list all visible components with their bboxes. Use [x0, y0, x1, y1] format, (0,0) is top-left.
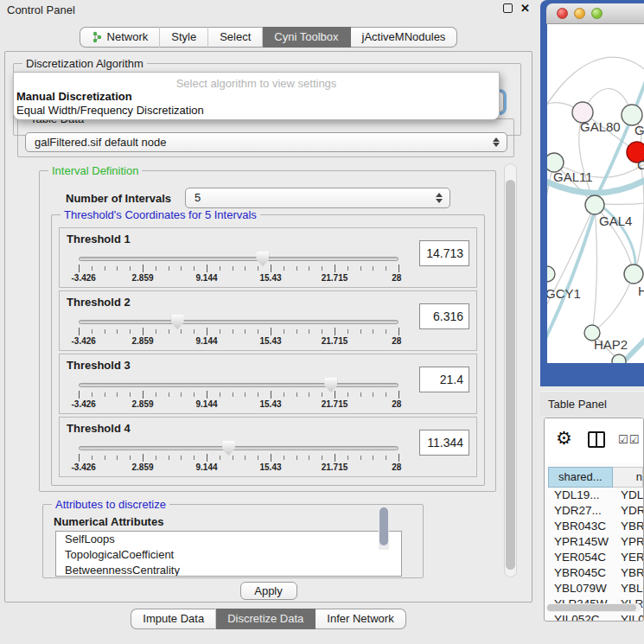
threshold-4-value-field[interactable]: 11.344 [419, 430, 469, 456]
tab-label: Infer Network [327, 609, 393, 628]
list-item[interactable]: TopologicalCoefficient [56, 547, 401, 563]
settings-vertical-scrollbar[interactable] [504, 163, 517, 577]
interval-definition-group: Interval Definition Number of Intervals … [39, 170, 496, 492]
float-window-icon[interactable] [503, 3, 513, 13]
threshold-4-panel: Threshold 4 -3.426 2.859 9.144 [59, 417, 477, 477]
slider-thumb[interactable] [256, 252, 269, 266]
combo-stepper-icon [492, 133, 501, 151]
table-row[interactable]: YIL052CYIL0 [548, 612, 643, 622]
node-label-gal4: GAL4 [599, 214, 632, 228]
threshold-1-panel: Threshold 1 -3.426 2.859 9.144 [59, 227, 477, 288]
scrollbar-thumb[interactable] [379, 507, 388, 545]
threshold-label: Threshold 3 [67, 359, 131, 372]
list-item[interactable]: SelfLoops [56, 532, 401, 547]
slider-scale-labels: -3.426 2.859 9.144 15.43 21.715 28 [79, 336, 399, 347]
table-row[interactable]: YBL079WYBL0 [548, 581, 643, 596]
tab-style[interactable]: Style [160, 27, 208, 48]
table-panel-toolbar: ⚙ ☑☑ [545, 418, 643, 463]
node-label-gcy1: GCY1 [547, 286, 581, 301]
node-bottom-partial [612, 354, 626, 363]
minimize-traffic-light-icon[interactable] [574, 8, 585, 19]
slider-thumb[interactable] [171, 315, 184, 329]
node-label-partial-h: H [638, 284, 644, 298]
slider-track[interactable] [79, 446, 399, 450]
tab-label: Network [107, 28, 149, 47]
slider-thumb[interactable] [222, 441, 235, 456]
number-of-intervals-combobox[interactable]: 5 [185, 188, 450, 208]
threshold-1-value-field[interactable]: 14.713 [419, 240, 469, 266]
tab-impute-data[interactable]: Impute Data [131, 609, 216, 629]
scrollbar-thumb[interactable] [547, 604, 636, 611]
table-horizontal-scrollbar[interactable] [546, 603, 641, 612]
bottom-tab-bar: Impute Data Discretize Data Infer Networ… [0, 609, 537, 629]
tab-label: jActiveMNodules [362, 28, 446, 47]
cyni-toolbox-panel: Discretization Algorithm Select algorith… [4, 51, 532, 603]
slider-ticks [79, 329, 399, 334]
slider-scale-labels: -3.426 2.859 9.144 15.43 21.715 28 [79, 273, 399, 284]
number-of-intervals-label: Number of Intervals [66, 192, 171, 205]
dropdown-option-equal-width[interactable]: Equal Width/Frequency Discretization [14, 104, 499, 118]
table-panel-titlebar: Table Panel [540, 391, 644, 416]
node-label-gal80: GAL80 [580, 119, 621, 134]
threshold-3-slider[interactable]: -3.426 2.859 9.144 15.43 21.715 28 [79, 376, 399, 412]
gear-icon[interactable]: ⚙ [556, 428, 572, 449]
node-gcy1 [547, 266, 555, 282]
threshold-3-value-field[interactable]: 21.4 [419, 367, 469, 392]
columns-icon[interactable] [588, 431, 605, 448]
group-title: Attributes to discretize [52, 498, 169, 511]
threshold-2-value-field[interactable]: 6.316 [419, 303, 469, 329]
threshold-4-slider[interactable]: -3.426 2.859 9.144 15.43 21.715 28 [79, 439, 399, 475]
dropdown-option-manual[interactable]: Manual Discretization [14, 90, 499, 104]
table-row[interactable]: YBR043CYBR0 [548, 519, 643, 534]
tab-label: Select [220, 28, 251, 47]
list-item[interactable]: BetweennessCentrality [56, 563, 401, 577]
scrollbar-thumb[interactable] [506, 180, 515, 570]
close-traffic-light-icon[interactable] [557, 8, 568, 19]
table-row[interactable]: YPR145WYPR1 [548, 534, 643, 550]
tab-infer-network[interactable]: Infer Network [316, 609, 405, 629]
column-header-shared-name[interactable]: shared... [548, 467, 613, 488]
slider-ticks [79, 266, 399, 271]
column-header-name[interactable]: n [613, 467, 643, 488]
slider-thumb[interactable] [324, 378, 337, 392]
tab-cyni-toolbox[interactable]: Cyni Toolbox [263, 27, 350, 48]
table-row[interactable]: YDR27...YDR2 [548, 503, 643, 519]
tab-jactivemnodules[interactable]: jActiveMNodules [351, 27, 458, 48]
tab-discretize-data[interactable]: Discretize Data [216, 609, 316, 629]
attributes-list-scrollbar[interactable] [379, 506, 389, 550]
threshold-1-slider[interactable]: -3.426 2.859 9.144 15.43 21.715 28 [79, 250, 399, 286]
slider-scale-labels: -3.426 2.859 9.144 15.43 21.715 28 [79, 462, 399, 473]
node-label-hap2: HAP2 [594, 337, 628, 352]
slider-track[interactable] [79, 383, 399, 387]
table-rows: YDL19...YDL1 YDR27...YDR2 YBR043CYBR0 YP… [548, 488, 643, 622]
group-title: Threshold's Coordinates for 5 Intervals [61, 208, 260, 221]
threshold-2-slider[interactable]: -3.426 2.859 9.144 15.43 21.715 28 [79, 313, 399, 349]
threshold-label: Threshold 1 [67, 233, 131, 245]
panel-title: Control Panel [7, 3, 75, 16]
numerical-attributes-list[interactable]: SelfLoops TopologicalCoefficient Between… [55, 531, 402, 577]
slider-track[interactable] [79, 320, 399, 324]
numerical-attributes-label: Numerical Attributes [54, 515, 163, 528]
tab-select[interactable]: Select [208, 27, 263, 48]
network-canvas[interactable]: GAL80 G C GAL11 GAL4 GCY1 H HAP2 [547, 24, 644, 363]
settings-scroll-area: Interval Definition Number of Intervals … [10, 161, 520, 580]
table-row[interactable]: YER054CYER0 [548, 550, 643, 565]
slider-track[interactable] [79, 257, 399, 261]
table-row[interactable]: YDL19...YDL1 [548, 488, 643, 503]
dropdown-placeholder: Select algorithm to view settings [14, 73, 499, 90]
node-right-mid [624, 265, 643, 284]
combo-stepper-icon [435, 188, 443, 207]
control-panel-titlebar: Control Panel ✕ [0, 0, 537, 21]
zoom-traffic-light-icon[interactable] [591, 8, 603, 19]
table-data-combobox[interactable]: galFiltered.sif default node [25, 132, 507, 152]
close-icon[interactable]: ✕ [520, 2, 530, 15]
table-panel-title: Table Panel [548, 398, 607, 411]
select-columns-checkboxes-icon[interactable]: ☑☑ [618, 433, 640, 446]
attributes-group: Attributes to discretize Numerical Attri… [42, 504, 424, 578]
node-label-gal11: GAL11 [553, 169, 593, 184]
tab-label: Style [171, 28, 196, 47]
group-title: Interval Definition [48, 164, 142, 177]
tab-network[interactable]: Network [80, 27, 161, 48]
table-row[interactable]: YBR045CYBR0 [548, 565, 643, 581]
apply-button[interactable]: Apply [240, 582, 297, 600]
